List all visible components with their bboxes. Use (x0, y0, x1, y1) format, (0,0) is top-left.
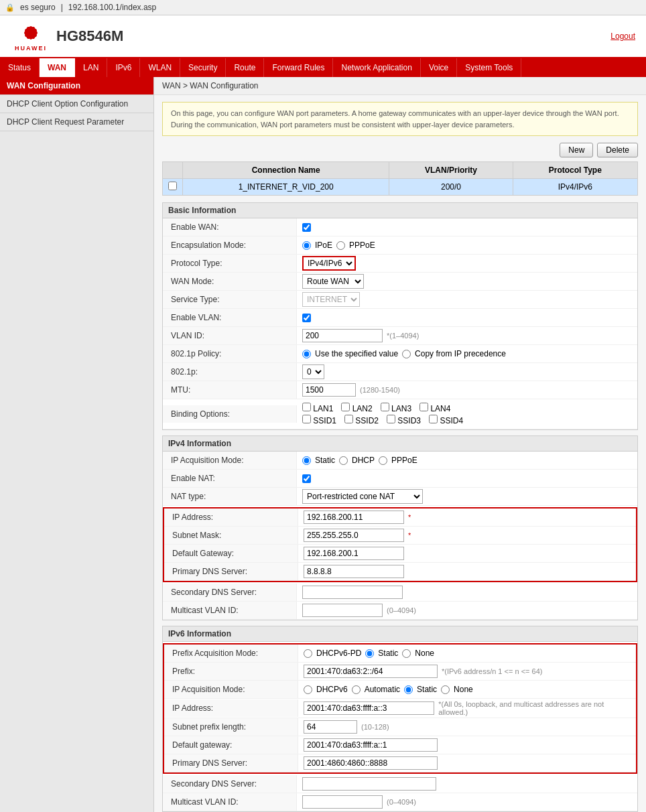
encap-pppoe-radio[interactable] (336, 241, 345, 250)
ipv4-acq-mode-label: IP Acquisition Mode: (163, 452, 297, 469)
prefix-dhcpv6pd-label: DHCPv6-PD (316, 649, 361, 658)
nav-network-app[interactable]: Network Application (333, 58, 420, 77)
prefix-acq-value: DHCPv6-PD Static None (298, 645, 636, 662)
encap-ipoe-radio[interactable] (302, 241, 311, 250)
sidebar-item-wan-config[interactable]: WAN Configuration (0, 77, 153, 95)
ipv6-dns2-input[interactable] (302, 777, 436, 791)
subnet-mask-input[interactable] (304, 529, 404, 542)
protocol-type-select[interactable]: IPv4/IPv6 IPv4 IPv6 (302, 256, 356, 271)
header-left: HUAWEI HG8546M (11, 19, 123, 53)
delete-button[interactable]: Delete (597, 143, 638, 157)
ipv4-ip-input[interactable] (304, 511, 404, 524)
prefix-value: *(IPv6 address/n 1 <= n <= 64) (298, 663, 636, 680)
ssid1-checkbox[interactable] (302, 415, 311, 423)
prefix-none-radio[interactable] (402, 649, 411, 658)
nav-wlan[interactable]: WLAN (140, 58, 180, 77)
lock-icon: 🔒 (5, 3, 15, 12)
encapsulation-label: Encapsulation Mode: (163, 236, 297, 254)
nav-forward-rules[interactable]: Forward Rules (264, 58, 333, 77)
huawei-logo-svg (14, 21, 48, 45)
table-row[interactable]: 1_INTERNET_R_VID_200 200/0 IPv4/IPv6 (163, 179, 638, 196)
encap-pppoe-label: PPPoE (349, 241, 375, 250)
binding-ssid-row: SSID1 SSID2 SSID3 SSID4 (302, 415, 463, 425)
ssid2-checkbox[interactable] (344, 415, 353, 423)
dns2-input[interactable] (302, 586, 403, 599)
default-gateway-input[interactable] (304, 547, 404, 560)
ipv4-highlighted-group: IP Address: * Subnet Mask: * Default Gat… (163, 507, 637, 582)
ipv4-dhcp-radio[interactable] (339, 456, 348, 465)
breadcrumb-current: WAN Configuration (190, 81, 258, 90)
policy-copy-radio[interactable] (402, 350, 411, 358)
row-checkbox[interactable] (168, 182, 177, 190)
service-type-select[interactable]: INTERNET (302, 292, 360, 307)
nav-lan[interactable]: LAN (75, 58, 107, 77)
ipv6-dns1-input[interactable] (304, 756, 438, 770)
prefix-input[interactable] (304, 665, 438, 678)
binding-lan-row: LAN1 LAN2 LAN3 LAN4 (302, 403, 463, 413)
ipv6-multicast-input[interactable] (302, 795, 383, 809)
lan2-checkbox[interactable] (341, 403, 350, 411)
sidebar-item-dhcp-request[interactable]: DHCP Client Request Parameter (0, 113, 153, 131)
protocol-type-row: Protocol Type: IPv4/IPv6 IPv4 IPv6 (163, 255, 637, 273)
new-button[interactable]: New (560, 143, 593, 157)
sidebar-item-dhcp-option[interactable]: DHCP Client Option Configuration (0, 95, 153, 113)
ipv6-none-radio[interactable] (441, 685, 450, 694)
nav-system-tools[interactable]: System Tools (457, 58, 521, 77)
prefix-dhcpv6pd-radio[interactable] (304, 649, 312, 658)
dns1-label: Primary DNS Server: (164, 563, 298, 580)
ipv6-multicast-value: (0–4094) (297, 793, 637, 811)
policy-specified-label: Use the specified value (315, 349, 398, 358)
col-name: Connection Name (183, 162, 389, 179)
vlan-id-input[interactable] (302, 329, 383, 342)
policy-specified-radio[interactable] (302, 350, 311, 358)
prefix-static-radio[interactable] (365, 649, 374, 658)
lan1-checkbox[interactable] (302, 403, 311, 411)
dns1-value (298, 563, 636, 580)
lan3-checkbox[interactable] (381, 403, 389, 411)
wan-mode-select[interactable]: Route WAN Bridge WAN (302, 274, 364, 289)
ipv6-auto-radio[interactable] (352, 685, 361, 694)
ipv6-acq-mode-label: IP Acquisition Mode: (164, 681, 298, 698)
logout-button[interactable]: Logout (610, 31, 635, 41)
enable-vlan-checkbox[interactable] (302, 314, 311, 322)
logo-area: HUAWEI HG8546M (11, 19, 123, 53)
huawei-logo: HUAWEI (11, 19, 51, 53)
service-type-value: INTERNET (297, 291, 637, 308)
ipv6-gateway-input[interactable] (304, 738, 438, 752)
dns1-row: Primary DNS Server: (164, 563, 636, 581)
dns1-input[interactable] (304, 565, 404, 578)
action-bar: New Delete (162, 143, 638, 157)
nav-security[interactable]: Security (180, 58, 226, 77)
row-protocol: IPv4/IPv6 (513, 179, 637, 196)
nav-voice[interactable]: Voice (421, 58, 457, 77)
nav-wan[interactable]: WAN (40, 58, 75, 77)
ssid3-checkbox[interactable] (387, 415, 395, 423)
ipv6-gateway-value (298, 736, 636, 754)
ipv6-dhcpv6-radio[interactable] (304, 685, 312, 694)
nat-type-select[interactable]: Port-restricted cone NAT Full cone NAT A… (302, 489, 423, 504)
multicast-vlan-input[interactable] (302, 604, 383, 617)
subnet-prefix-input[interactable] (304, 720, 357, 734)
mtu-input[interactable] (302, 383, 356, 397)
vlan-id-value: *(1–4094) (297, 327, 637, 344)
ipv4-pppoe-radio[interactable] (379, 456, 387, 465)
ipv6-multicast-hint: (0–4094) (387, 798, 416, 806)
lan4-checkbox[interactable] (419, 403, 428, 411)
connection-table: Connection Name VLAN/Priority Protocol T… (162, 161, 638, 196)
enable-wan-checkbox[interactable] (302, 223, 311, 232)
nav-ipv6[interactable]: IPv6 (107, 58, 140, 77)
ipv4-static-radio[interactable] (302, 456, 311, 465)
enable-nat-checkbox[interactable] (302, 474, 311, 483)
nav-route[interactable]: Route (226, 58, 264, 77)
ipv6-dns2-label: Secondary DNS Server: (163, 775, 297, 793)
nav-status[interactable]: Status (0, 58, 40, 77)
ssid4-checkbox[interactable] (429, 415, 438, 423)
ipv6-ip-row: IP Address: *(All 0s, loopback, and mult… (164, 699, 636, 718)
dot1p-select[interactable]: 0123 4567 (302, 364, 324, 379)
ipv6-ip-input[interactable] (304, 701, 434, 715)
ipv6-static-radio[interactable] (404, 685, 413, 694)
ipv4-acq-mode-row: IP Acquisition Mode: Static DHCP PPPoE (163, 452, 637, 470)
service-type-row: Service Type: INTERNET (163, 291, 637, 309)
encapsulation-row: Encapsulation Mode: IPoE PPPoE (163, 236, 637, 255)
ipv6-multicast-label: Multicast VLAN ID: (163, 793, 297, 811)
